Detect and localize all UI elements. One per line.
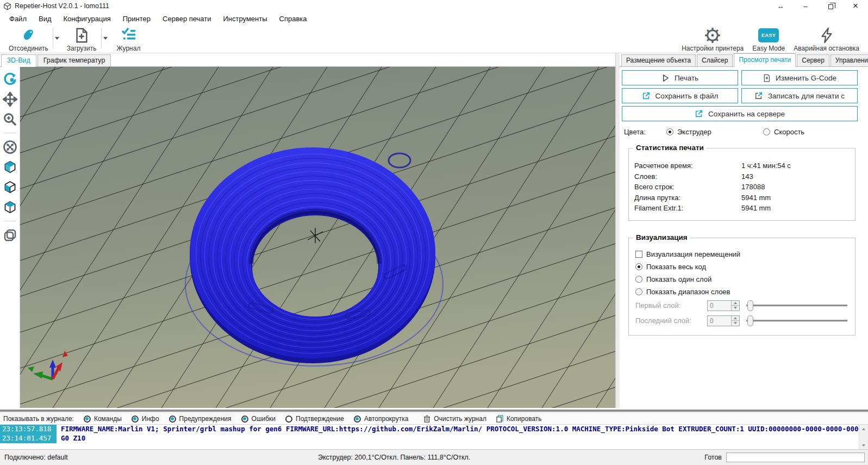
color-by-extruder-radio[interactable]: Экструдер [666,128,763,136]
pan-view-icon[interactable] [2,91,17,107]
first-layer-label: Первый слой: [635,301,707,309]
last-layer-slider[interactable] [746,315,850,326]
disconnect-button[interactable]: Отсоединить [4,25,53,53]
toggle-errors[interactable]: Ошибки [241,415,276,423]
app-logo-icon [3,2,11,10]
log-scrollbar[interactable] [859,425,868,449]
spin-up-button[interactable] [732,316,739,321]
resize-handle-icon[interactable]: ↔ [768,0,793,12]
last-layer-spinner[interactable]: 0 [707,315,740,326]
printer-settings-button[interactable]: Настройки принтера [677,25,748,53]
last-layer-label: Последний слой: [635,317,707,325]
easy-mode-badge: EASY [758,28,779,42]
tab-temperature-graph[interactable]: График температур [38,54,111,66]
group-title: Визуализация [633,233,690,241]
scroll-down-button[interactable] [859,441,868,449]
menu-file[interactable]: Файл [3,13,33,24]
tab-print-preview[interactable]: Просмотр печати [734,53,796,67]
play-icon [661,74,670,82]
show-single-layer-radio[interactable]: Показать один слой [635,275,850,283]
menu-tools[interactable]: Инструменты [217,13,273,24]
menu-print-server[interactable]: Сервер печати [157,13,217,24]
menu-config[interactable]: Конфигурация [58,13,117,24]
toggle-ack[interactable]: Подтверждение [285,415,344,423]
title-bar: Repetier-Host V2.0.1 - lomo111 ↔ – × [0,0,868,12]
load-button[interactable]: Загрузить [63,25,101,53]
emergency-stop-button[interactable]: Аварийная остановка [789,25,864,53]
toggle-on-icon [169,416,176,423]
toggle-info[interactable]: Инфо [132,415,159,423]
slider-handle[interactable] [747,300,753,311]
horizontal-splitter[interactable] [0,408,868,413]
isometric-view-icon[interactable] [2,159,17,175]
first-layer-slider[interactable] [746,300,850,311]
save-to-file-button[interactable]: Сохранить в файл [622,88,738,103]
3d-viewport[interactable] [20,67,615,408]
print-button[interactable]: Печать [622,70,738,85]
lightning-icon [819,26,835,44]
stat-row: Слоев:143 [634,171,850,182]
visualization-group: Визуализация Визуализация перемещений По… [628,238,855,336]
colors-label: Цвета: [624,128,666,136]
scroll-up-button[interactable] [859,425,868,433]
show-travel-moves-checkbox[interactable]: Визуализация перемещений [635,250,850,258]
first-layer-row: Первый слой: 0 [635,300,850,311]
log-toolbar: Показывать в журнале: Команды Инфо Преду… [0,413,868,424]
frames-icon[interactable] [2,227,17,243]
clear-log-button[interactable]: Очистить журнал [423,415,486,423]
radio-icon [666,128,673,135]
log-output[interactable]: 23:13:57.818 FIRMWARE_NAME:Marlin V1; Sp… [0,424,868,449]
disconnect-dropdown[interactable] [53,28,61,48]
load-dropdown[interactable] [101,28,110,48]
top-view-icon[interactable] [2,200,17,215]
restore-button[interactable] [818,0,843,12]
journal-button[interactable]: Журнал [111,25,147,53]
app-window: Repetier-Host V2.0.1 - lomo111 ↔ – × Фай… [0,0,868,465]
fit-view-icon[interactable] [2,139,17,154]
disconnect-icon [20,26,37,44]
spin-down-button[interactable] [732,305,739,311]
export-icon [642,91,651,100]
menu-help[interactable]: Справка [273,13,313,24]
spin-up-button[interactable] [732,301,739,306]
tab-3d-view[interactable]: 3D-Вид [1,54,36,67]
tab-slicer[interactable]: Слайсер [697,54,733,66]
minimize-button[interactable]: – [793,0,818,12]
tab-server[interactable]: Сервер [797,54,829,66]
progress-bar [726,452,865,462]
rotate-view-icon[interactable] [2,71,17,86]
zoom-view-icon[interactable] [2,111,17,127]
first-layer-spinner[interactable]: 0 [707,300,740,311]
show-layer-range-radio[interactable]: Показать диапазон слоев [635,288,850,296]
tab-control[interactable]: Управление [830,54,868,66]
right-tab-strip: Размещение объекта Слайсер Просмотр печа… [620,53,868,67]
toggle-on-icon [84,416,91,423]
log-line: 23:14:01.457 G0 Z10 [0,434,868,443]
slider-handle[interactable] [747,315,753,326]
menu-view[interactable]: Вид [33,13,58,24]
stat-row: Всего строк:178088 [634,182,850,193]
stat-row: Расчетное время:1 ч:41 мин:54 с [634,160,850,171]
vertical-splitter[interactable] [615,53,620,408]
toggle-autoscroll[interactable]: Автопрокрутка [354,415,408,423]
spin-down-button[interactable] [732,320,739,326]
save-for-sd-print-button[interactable]: Записать для печати с [741,88,858,103]
easy-mode-button[interactable]: EASY Easy Mode [748,25,789,53]
show-complete-code-radio[interactable]: Показать весь код [635,263,850,271]
close-button[interactable]: × [843,0,868,12]
save-to-server-button[interactable]: Сохранить на сервере [622,106,858,121]
toggle-commands[interactable]: Команды [84,415,122,423]
tab-object-placement[interactable]: Размещение объекта [621,54,696,66]
copy-log-button[interactable]: Копировать [496,415,542,423]
view-tab-strip: 3D-Вид График температур [0,53,615,67]
edit-gcode-button[interactable]: Изменить G-Code [741,70,858,85]
toggle-warnings[interactable]: Предупреждения [169,415,232,423]
color-by-speed-radio[interactable]: Скорость [763,128,804,136]
gear-icon [704,26,721,44]
status-bar: Подключено: default Экструдер: 200,1°C/О… [0,449,868,465]
front-view-icon[interactable] [2,179,17,195]
log-line: 23:13:57.818 FIRMWARE_NAME:Marlin V1; Sp… [0,425,868,434]
menu-printer[interactable]: Принтер [117,13,157,24]
chevron-down-icon [103,37,108,40]
radio-icon [635,263,642,270]
